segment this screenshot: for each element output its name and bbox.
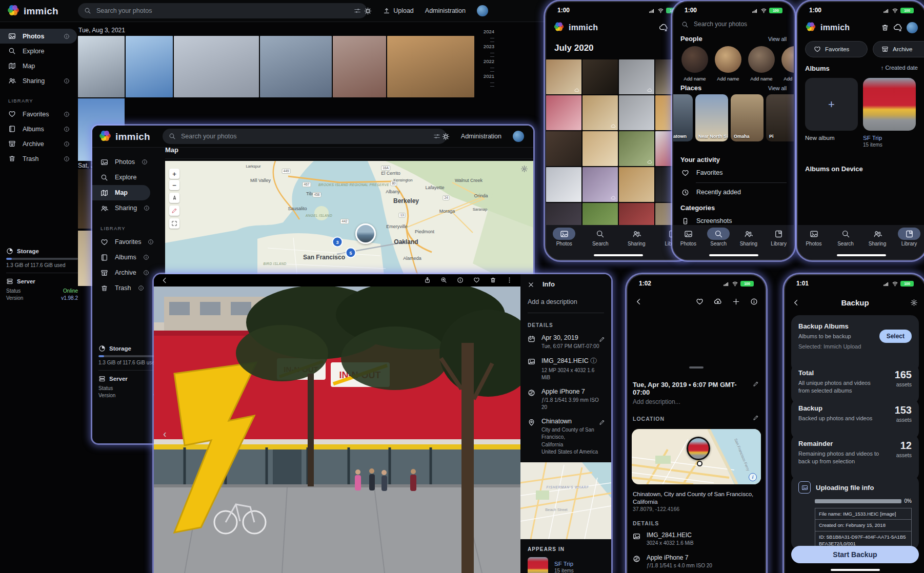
- face-avatar[interactable]: [715, 46, 741, 73]
- year-label[interactable]: 2023: [477, 44, 494, 49]
- photo-tile[interactable]: [546, 59, 581, 94]
- map-photo-marker[interactable]: [355, 223, 376, 244]
- description-input[interactable]: Add description...: [633, 398, 680, 405]
- favorites-button[interactable]: Favorites: [805, 41, 868, 57]
- photo-tile[interactable]: [126, 36, 173, 97]
- sort-created-date[interactable]: ↑ Created date: [881, 65, 918, 71]
- trash-icon[interactable]: [881, 24, 889, 32]
- year-label[interactable]: 2024: [477, 29, 494, 34]
- person-item[interactable]: Add name: [680, 46, 709, 81]
- map-compass-button[interactable]: [169, 193, 179, 203]
- tab-photos[interactable]: Photos: [799, 228, 828, 259]
- sidebar-item-map[interactable]: Map: [0, 58, 77, 73]
- photo-tile[interactable]: [78, 36, 125, 97]
- person-item[interactable]: Add name: [747, 46, 776, 81]
- back-icon[interactable]: [161, 277, 168, 284]
- place-tile[interactable]: Pi: [766, 94, 794, 141]
- sidebar-item-albums[interactable]: Albums: [92, 250, 150, 265]
- info-icon[interactable]: [64, 33, 70, 39]
- info-icon[interactable]: [142, 159, 148, 165]
- map-draw-button[interactable]: [169, 206, 179, 216]
- info-icon[interactable]: [148, 239, 154, 245]
- immich-logo[interactable]: immich: [98, 129, 150, 145]
- more-options-icon[interactable]: [506, 277, 513, 283]
- location-map[interactable]: San Francisco Ferry i: [632, 429, 761, 484]
- sidebar-item-albums[interactable]: Albums: [0, 121, 77, 136]
- photo-tile[interactable]: [619, 59, 654, 94]
- info-icon[interactable]: [64, 78, 70, 84]
- info-icon[interactable]: [64, 111, 70, 117]
- sidebar-item-favorites[interactable]: Favorites: [92, 234, 150, 250]
- avatar[interactable]: [907, 22, 918, 33]
- photo-tile[interactable]: [582, 59, 618, 94]
- map-zoom-in-button[interactable]: +: [169, 169, 179, 179]
- info-icon[interactable]: [457, 277, 464, 283]
- edit-pencil-icon[interactable]: [753, 381, 759, 387]
- photo-in-n-out[interactable]: IN-N-OUT IN-N-OUT: [154, 286, 520, 573]
- sidebar-item-favorites[interactable]: Favorites: [0, 107, 77, 121]
- info-icon[interactable]: [64, 141, 70, 147]
- place-tile[interactable]: Omaha: [731, 94, 764, 141]
- photo-tile[interactable]: [546, 203, 581, 228]
- info-icon[interactable]: [143, 254, 149, 260]
- edit-pencil-icon[interactable]: [599, 418, 605, 427]
- tab-library[interactable]: Library: [765, 228, 793, 259]
- sidebar-item-photos[interactable]: Photos: [92, 154, 150, 170]
- sidebar-item-archive[interactable]: Archive: [92, 265, 150, 280]
- sheet-drag-handle[interactable]: [689, 366, 704, 369]
- settings-gear-icon[interactable]: [910, 299, 918, 306]
- avatar[interactable]: [477, 5, 488, 16]
- search-input[interactable]: Search your photos: [163, 129, 447, 144]
- back-icon[interactable]: [792, 299, 800, 306]
- sidebar-item-sharing[interactable]: Sharing: [92, 200, 150, 216]
- administration-link[interactable]: Administration: [425, 7, 466, 14]
- info-icon[interactable]: [138, 285, 144, 291]
- cloud-sync-icon[interactable]: [893, 23, 902, 32]
- sidebar-item-archive[interactable]: Archive: [0, 136, 77, 151]
- recently-added-row[interactable]: Recently added: [673, 185, 794, 200]
- share-icon[interactable]: [424, 277, 431, 283]
- favorites-row[interactable]: Favorites: [673, 165, 794, 180]
- theme-toggle-icon[interactable]: [442, 132, 450, 140]
- photo-map-marker[interactable]: [687, 437, 710, 460]
- photo-tile[interactable]: [546, 167, 581, 202]
- tab-library[interactable]: Library: [895, 228, 923, 259]
- person-item[interactable]: Add name: [714, 46, 742, 81]
- previous-photo-chevron[interactable]: ‹: [163, 428, 167, 440]
- sidebar-item-explore[interactable]: Explore: [0, 44, 77, 58]
- map-zoom-out-button[interactable]: −: [169, 180, 179, 190]
- filter-sliders-icon[interactable]: [433, 133, 440, 140]
- photo-tile[interactable]: [619, 167, 654, 202]
- map-info-icon[interactable]: i: [749, 473, 757, 481]
- face-avatar[interactable]: [681, 46, 708, 73]
- archive-button[interactable]: Archive: [873, 41, 924, 57]
- info-icon[interactable]: [143, 270, 149, 276]
- album-tile-sf-trip[interactable]: SF Trip 15 items: [863, 78, 916, 148]
- photo-tile[interactable]: [387, 36, 474, 97]
- map-settings-gear-icon[interactable]: [520, 165, 528, 173]
- close-icon[interactable]: [528, 280, 534, 288]
- places-view-all[interactable]: View all: [768, 85, 787, 91]
- immich-logo[interactable]: immich: [7, 4, 58, 19]
- photo-tile[interactable]: [582, 95, 618, 130]
- administration-link[interactable]: Administration: [461, 133, 501, 140]
- sidebar-item-trash[interactable]: Trash: [92, 280, 150, 296]
- sidebar-item-map[interactable]: Map: [92, 185, 150, 200]
- filter-sliders-icon[interactable]: [354, 7, 361, 15]
- face-avatar[interactable]: [781, 46, 794, 73]
- edit-pencil-icon[interactable]: [753, 415, 759, 421]
- select-button[interactable]: Select: [879, 330, 912, 343]
- map-cluster-marker[interactable]: 3: [332, 237, 343, 248]
- tab-photos[interactable]: Photos: [674, 228, 702, 259]
- edit-pencil-icon[interactable]: [599, 334, 605, 343]
- sidebar-item-sharing[interactable]: Sharing: [0, 73, 77, 88]
- photo-tile[interactable]: [619, 95, 654, 130]
- favorite-heart-icon[interactable]: [473, 277, 480, 283]
- photo-tile[interactable]: [546, 131, 581, 166]
- photo-tile[interactable]: [619, 131, 654, 166]
- favorite-heart-icon[interactable]: [696, 298, 704, 305]
- photo-tile[interactable]: [582, 167, 618, 202]
- back-icon[interactable]: [635, 298, 642, 305]
- map-cluster-marker[interactable]: 5: [346, 248, 356, 258]
- upload-button[interactable]: Upload: [383, 7, 414, 15]
